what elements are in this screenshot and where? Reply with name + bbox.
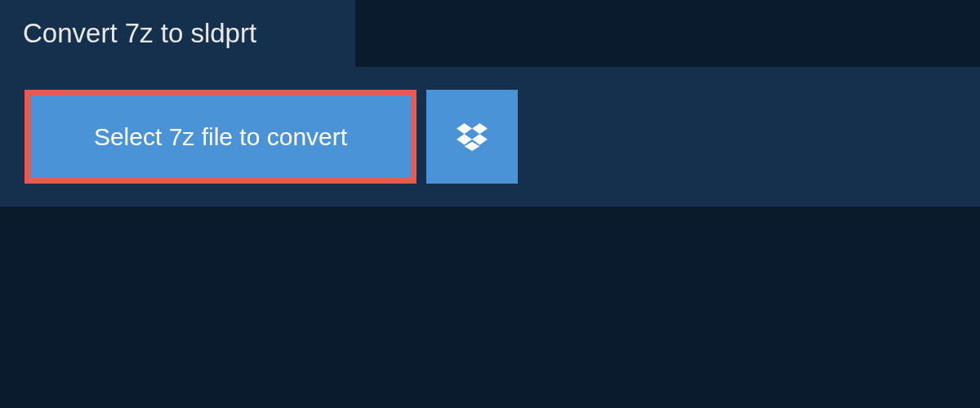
page-title: Convert 7z to sldprt bbox=[23, 18, 256, 48]
select-file-button[interactable]: Select 7z file to convert bbox=[24, 90, 416, 184]
button-row: Select 7z file to convert bbox=[24, 90, 956, 184]
tab-header: Convert 7z to sldprt bbox=[0, 0, 355, 67]
content-panel: Select 7z file to convert bbox=[0, 67, 980, 206]
dropbox-button[interactable] bbox=[426, 90, 518, 184]
select-file-label: Select 7z file to convert bbox=[94, 123, 347, 151]
dropbox-icon bbox=[457, 123, 488, 151]
